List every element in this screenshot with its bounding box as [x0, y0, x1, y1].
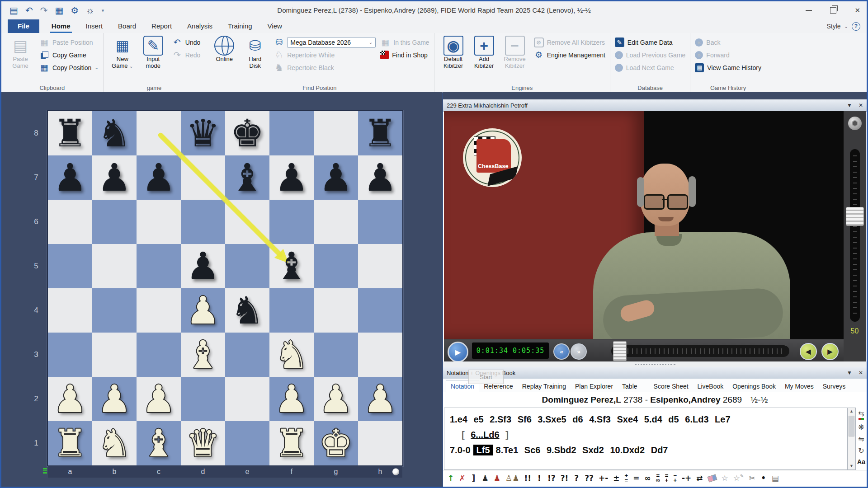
- end-variation-icon[interactable]: ]: [471, 474, 477, 482]
- black-rook-a8[interactable]: ♜: [48, 111, 92, 155]
- black-slightly-better[interactable]: =+: [665, 474, 669, 483]
- add-kibitzer-button[interactable]: +AddKibitzer: [470, 35, 499, 69]
- blunder[interactable]: ??: [585, 474, 594, 482]
- restore-button[interactable]: [830, 7, 836, 14]
- video-close-icon[interactable]: ✕: [859, 102, 863, 108]
- black-pawn-h7[interactable]: ♟: [358, 155, 402, 200]
- help-icon[interactable]: ?: [852, 22, 860, 31]
- square-g3[interactable]: [314, 333, 358, 377]
- black-pawn-b7[interactable]: ♟: [92, 155, 137, 200]
- undo-icon[interactable]: ↶: [25, 6, 33, 15]
- good-move[interactable]: !: [536, 474, 542, 482]
- notation-moves[interactable]: 1.e4 e5 2.Sf3 Sf6 3.Sxe5 d6 4.Sf3 Sxe4 5…: [444, 408, 848, 470]
- white-bishop-c1[interactable]: ♝: [137, 421, 181, 465]
- square-c4[interactable]: [137, 288, 181, 333]
- square-f8[interactable]: [269, 111, 314, 155]
- black-pawn-g7[interactable]: ♟: [314, 155, 358, 200]
- black-bishop-e7[interactable]: ♝: [225, 155, 269, 200]
- fork-icon[interactable]: ⇋: [858, 435, 864, 443]
- notation-tab-table[interactable]: Table: [618, 381, 642, 392]
- white-pawn-c2[interactable]: ♟: [137, 377, 181, 421]
- white-rook-f1[interactable]: ♜: [269, 421, 314, 465]
- notation-tab-score-sheet[interactable]: Score Sheet: [649, 381, 693, 392]
- square-e6[interactable]: [225, 200, 269, 244]
- notation-tab-openings-book[interactable]: Openings Book: [728, 381, 780, 392]
- view-game-history-button[interactable]: ▤View Game History: [695, 62, 761, 73]
- square-c8[interactable]: [137, 111, 181, 155]
- new-game-button[interactable]: ▦NewGame ⌄: [108, 35, 137, 70]
- notation-tab-livebook[interactable]: LiveBook: [693, 381, 728, 392]
- white-bishop-d3[interactable]: ♝: [181, 333, 225, 377]
- seek-track[interactable]: [611, 345, 789, 357]
- square-e3[interactable]: [225, 333, 269, 377]
- white-rook-a1[interactable]: ♜: [48, 421, 92, 465]
- square-a3[interactable]: [48, 333, 92, 377]
- database-select-button[interactable]: ⛁Mega Database 2026⌄: [274, 37, 376, 47]
- square-h3[interactable]: [358, 333, 402, 377]
- moves-line-1[interactable]: 1.e4 e5 2.Sf3 Sf6 3.Sxe5 d6 4.Sf3 Sxe4 5…: [450, 412, 842, 427]
- notation-close-icon[interactable]: ✕: [859, 370, 863, 376]
- fast-forward-button[interactable]: »: [571, 343, 587, 360]
- variation-move[interactable]: 6...Ld6: [471, 430, 499, 440]
- white-pawn-a2[interactable]: ♟: [48, 377, 92, 421]
- current-move[interactable]: Lf5: [473, 445, 493, 455]
- white-pawn-f2[interactable]: ♟: [269, 377, 314, 421]
- menu-tab-view[interactable]: View: [260, 19, 290, 33]
- skip-forward-button[interactable]: ▶: [821, 343, 839, 360]
- white-king-g1[interactable]: ♚: [314, 421, 358, 465]
- white-knight-b1[interactable]: ♞: [92, 421, 137, 465]
- database-select[interactable]: Mega Database 2026⌄: [287, 37, 376, 48]
- menu-tab-board[interactable]: Board: [110, 19, 144, 33]
- counterplay[interactable]: ⇄: [696, 474, 703, 482]
- speaker-icon[interactable]: [848, 117, 862, 130]
- notation-collapse-icon[interactable]: ▼: [847, 370, 852, 376]
- white-queen-d1[interactable]: ♛: [181, 421, 225, 465]
- scroll-up-icon[interactable]: ▲: [848, 408, 855, 415]
- square-d6[interactable]: [181, 200, 225, 244]
- notation-scrollbar[interactable]: ▲ ▼: [848, 408, 856, 470]
- pieces-icon[interactable]: ♙♟: [505, 474, 519, 482]
- default-kibitzer-button[interactable]: ◉DefaultKibitzer: [439, 35, 468, 69]
- black-knight-b8[interactable]: ♞: [92, 111, 137, 155]
- redo-icon[interactable]: ↷: [40, 6, 48, 15]
- square-c6[interactable]: [137, 200, 181, 244]
- square-c3[interactable]: [137, 333, 181, 377]
- white-pawn-d4[interactable]: ♟: [181, 288, 225, 333]
- white-pawn-g2[interactable]: ♟: [314, 377, 358, 421]
- square-g4[interactable]: [314, 288, 358, 333]
- compensation[interactable]: =∞: [656, 474, 660, 483]
- pawn-black-icon[interactable]: ♟: [482, 474, 489, 482]
- interesting-move[interactable]: !?: [547, 474, 556, 482]
- dot-icon[interactable]: •: [760, 474, 767, 482]
- square-b3[interactable]: [92, 333, 137, 377]
- black-pawn-d5[interactable]: ♟: [181, 244, 225, 288]
- panel-splitter[interactable]: [443, 361, 867, 367]
- square-e2[interactable]: [225, 377, 269, 421]
- delete-icon[interactable]: ✗: [459, 474, 465, 482]
- square-h4[interactable]: [358, 288, 402, 333]
- black-pawn-c7[interactable]: ♟: [137, 155, 181, 200]
- engine-management-button[interactable]: ⚙Engine Management: [534, 50, 605, 60]
- mistake[interactable]: ?: [573, 474, 580, 482]
- square-a6[interactable]: [48, 200, 92, 244]
- board-grip-icon[interactable]: [43, 468, 47, 474]
- square-h1[interactable]: [358, 421, 402, 465]
- square-d7[interactable]: [181, 155, 225, 200]
- equal[interactable]: =: [633, 474, 639, 482]
- volume-track[interactable]: [850, 149, 860, 322]
- square-g8[interactable]: [314, 111, 358, 155]
- menu-tab-analysis[interactable]: Analysis: [179, 19, 220, 33]
- white-knight-f3[interactable]: ♞: [269, 333, 314, 377]
- variation-arrows-icon[interactable]: ⇆: [858, 409, 864, 418]
- undo-button[interactable]: ↶Undo: [172, 37, 200, 47]
- black-rook-h8[interactable]: ♜: [358, 111, 402, 155]
- moves-line-3[interactable]: 7.0-0Lf58.Te1 Sc6 9.Sbd2 Sxd2 10.Dxd2 Dd…: [450, 442, 842, 458]
- chess-board[interactable]: ♜♞♛♚♜♟♟♟♝♟♟♟♟♝♟♞♝♞♟♟♟♟♟♟♜♞♝♛♜♚: [48, 111, 402, 465]
- black-better[interactable]: −+: [673, 474, 677, 483]
- volume-handle[interactable]: [846, 207, 864, 226]
- square-a5[interactable]: [48, 244, 92, 288]
- white-pawn-b2[interactable]: ♟: [92, 377, 137, 421]
- black-bishop-f5[interactable]: ♝: [269, 244, 314, 288]
- menu-tab-insert[interactable]: Insert: [78, 19, 111, 33]
- star-edit-icon[interactable]: ☆✎: [733, 474, 744, 482]
